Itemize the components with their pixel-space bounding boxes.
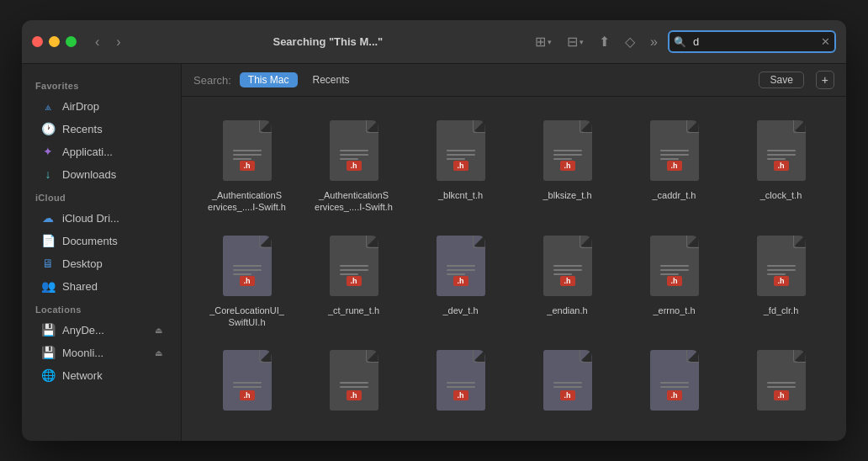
sidebar-item-anydesk[interactable]: 💾 AnyDe... ⏏ [27,319,176,341]
file-icon-ct-rune: .h [325,232,384,299]
file-icon-row3-6: .h [752,347,811,414]
icloud-drive-icon: ☁ [40,211,56,225]
file-item-fd-clr[interactable]: .h _fd_clr.h [729,225,833,337]
file-icon-row3-2: .h [325,347,384,414]
maximize-button[interactable] [66,36,77,47]
file-icon-authentication1: .h [218,117,277,184]
file-item-endian[interactable]: .h _endian.h [516,225,619,337]
sidebar-item-airdrop[interactable]: ⟁ AirDrop [27,95,176,117]
file-name-corelocationui: _CoreLocationUI_SwiftUI.h [209,305,284,329]
forward-button[interactable]: › [111,31,125,53]
file-item-row3-6[interactable]: .h [729,340,833,427]
file-item-dev[interactable]: .h _dev_t.h [409,225,512,337]
add-filter-button[interactable]: + [816,71,834,89]
file-item-row3-2[interactable]: .h [302,340,405,427]
file-item-corelocationui[interactable]: .h _CoreLocationUI_SwiftUI.h [195,225,299,337]
locations-header: Locations [22,298,181,318]
titlebar: ‹ › Searching "This M..." ⊞ ▾ ⊟ ▾ ⬆ ◇ » … [22,20,846,64]
search-container: 🔍 ✕ [668,30,836,53]
close-button[interactable] [32,36,43,47]
file-item-blkcnt[interactable]: .h _blkcnt_t.h [409,110,512,222]
sidebar-item-applications[interactable]: ✦ Applicati... [27,140,176,162]
tag-button[interactable]: ◇ [620,30,640,53]
file-name-blkcnt: _blkcnt_t.h [438,189,483,201]
recents-icon: 🕐 [40,122,56,135]
traffic-lights [32,36,77,47]
sidebar-item-icloud-drive[interactable]: ☁ iCloud Dri... [27,207,176,229]
sidebar-label-moonliner: Moonli... [62,347,103,359]
file-icon-row3-5: .h [645,347,704,414]
sidebar-item-downloads[interactable]: ↓ Downloads [27,163,176,185]
share-button[interactable]: ⬆ [594,30,615,53]
file-item-row3-4[interactable]: .h [516,340,619,427]
file-icon-authentication2: .h [325,117,384,184]
file-item-authentication2[interactable]: .h _AuthenticationServices_....I-Swift.h [302,110,405,222]
file-icon-dev: .h [431,232,490,299]
file-item-row3-3[interactable]: .h [409,340,512,427]
sidebar-item-recents[interactable]: 🕐 Recents [27,118,176,140]
file-item-clock[interactable]: .h _clock_t.h [729,110,833,222]
search-clear-button[interactable]: ✕ [821,35,830,48]
desktop-icon: 🖥 [40,257,56,270]
file-item-row3-1[interactable]: .h [195,340,299,427]
sidebar-label-network: Network [62,369,103,382]
save-button[interactable]: Save [759,72,803,88]
file-icon-blksize: .h [538,117,597,184]
window-title: Searching "This M..." [133,35,523,48]
sidebar: Favorites ⟁ AirDrop 🕐 Recents ✦ Applicat… [22,64,182,441]
share-icon: ⬆ [599,34,610,50]
more-icon: » [650,34,658,50]
file-icon-row3-1: .h [218,347,277,414]
toolbar-icons: ⊞ ▾ ⊟ ▾ ⬆ ◇ » 🔍 ✕ [530,30,836,53]
file-name-blksize: _blksize_t.h [542,189,591,201]
file-name-authentication2: _AuthenticationServices_....I-Swift.h [315,189,393,214]
file-item-caddr[interactable]: .h _caddr_t.h [622,110,726,222]
sidebar-label-anydesk: AnyDe... [62,324,104,336]
sidebar-item-documents[interactable]: 📄 Documents [27,230,176,252]
downloads-icon: ↓ [40,167,56,181]
file-icon-row3-3: .h [431,347,490,414]
file-item-authentication1[interactable]: .h _AuthenticationServices_....I-Swift.h [195,110,299,222]
documents-icon: 📄 [40,234,56,247]
minimize-button[interactable] [49,36,60,47]
back-button[interactable]: ‹ [90,31,104,53]
file-item-ct-rune[interactable]: .h _ct_rune_t.h [302,225,405,337]
chevron-down-icon: ▾ [548,38,552,46]
sidebar-label-documents: Documents [62,235,118,247]
eject-icon-anydesk[interactable]: ⏏ [155,326,162,335]
file-icon-corelocationui: .h [218,232,277,299]
view-list-button[interactable]: ⊟ ▾ [562,30,589,53]
file-item-errno[interactable]: .h _errno_t.h [622,225,726,337]
sidebar-item-shared[interactable]: 👥 Shared [27,275,176,297]
anydesk-icon: 💾 [40,323,56,336]
search-scope-bar: Search: This Mac Recents Save + [182,64,846,97]
file-icon-blkcnt: .h [431,117,490,184]
file-name-fd-clr: _fd_clr.h [764,305,799,316]
content-area: Search: This Mac Recents Save + [182,64,846,441]
sidebar-label-shared: Shared [62,280,98,293]
finder-window: ‹ › Searching "This M..." ⊞ ▾ ⊟ ▾ ⬆ ◇ » … [22,20,846,441]
file-name-errno: _errno_t.h [653,305,695,316]
file-name-authentication1: _AuthenticationServices_....I-Swift.h [208,189,286,214]
file-item-blksize[interactable]: .h _blksize_t.h [516,110,619,222]
file-item-row3-5[interactable]: .h [622,340,726,427]
search-input[interactable] [668,30,836,53]
sidebar-label-recents: Recents [62,123,103,135]
this-mac-scope-button[interactable]: This Mac [240,72,298,87]
file-name-endian: _endian.h [547,305,587,316]
files-grid: .h _AuthenticationServices_....I-Swift.h [182,97,846,441]
sidebar-label-applications: Applicati... [62,146,113,158]
sidebar-item-network[interactable]: 🌐 Network [27,364,176,386]
sidebar-label-desktop: Desktop [62,257,103,270]
file-icon-endian: .h [538,232,597,299]
icloud-header: iCloud [22,186,181,206]
recents-scope-button[interactable]: Recents [306,72,357,87]
eject-icon-moonliner[interactable]: ⏏ [155,348,162,358]
sidebar-item-desktop[interactable]: 🖥 Desktop [27,252,176,274]
network-icon: 🌐 [40,368,56,382]
moonliner-icon: 💾 [40,346,56,359]
favorites-header: Favorites [22,74,181,94]
view-grid-button[interactable]: ⊞ ▾ [530,30,557,53]
more-button[interactable]: » [645,31,663,53]
sidebar-item-moonliner[interactable]: 💾 Moonli... ⏏ [27,342,176,363]
